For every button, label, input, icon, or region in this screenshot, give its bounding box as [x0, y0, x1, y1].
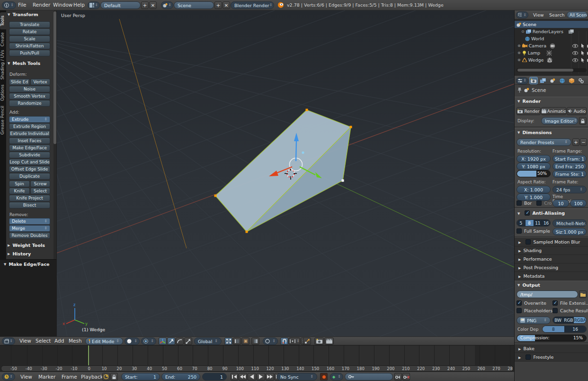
tab-grease-pencil[interactable]: Grease Pencil — [0, 105, 6, 136]
resolution-percentage-slider[interactable]: 50% — [517, 170, 551, 177]
extrude-individual-button[interactable]: Extrude Individual — [9, 130, 50, 137]
tab-render-layers[interactable] — [539, 77, 547, 84]
slide-edge-button[interactable]: Slide Ed — [9, 79, 30, 85]
panel-header-performance[interactable]: Performance — [515, 255, 588, 263]
current-frame-field[interactable]: 1 — [202, 373, 227, 381]
display-lock-button[interactable] — [579, 117, 587, 125]
render-still-button[interactable]: Render — [517, 107, 541, 115]
tab-scene-properties[interactable] — [548, 77, 557, 84]
file-format-select[interactable]: PNG⇕ — [517, 317, 551, 324]
editor-type-outliner-button[interactable]: ⇕ — [516, 11, 528, 18]
pivot-point-select[interactable]: ⇕ — [141, 337, 156, 345]
pin-icon[interactable] — [517, 87, 522, 93]
outliner-row-camera[interactable]: ⊕ Camera — [515, 42, 588, 49]
aa-samples-8[interactable]: 8 — [526, 220, 534, 226]
snap-toggle-button[interactable] — [280, 337, 288, 345]
panel-header-antialiasing[interactable]: Anti-Aliasing — [532, 210, 565, 216]
selectability-cursor-icon[interactable] — [581, 58, 585, 63]
remove-preset-button[interactable]: − — [580, 138, 587, 146]
make-edge-face-button[interactable]: Make Edge/Face — [9, 145, 50, 151]
motion-blur-checkbox[interactable] — [526, 239, 531, 245]
auto-keyframe-button[interactable] — [320, 373, 328, 381]
slide-vertex-button[interactable]: Vertex — [30, 79, 50, 85]
outliner-row-world[interactable]: World — [515, 35, 588, 42]
compression-slider[interactable]: Compression:15% — [517, 335, 587, 342]
tab-options[interactable]: Options — [0, 82, 6, 103]
extrude-region-button[interactable]: Extrude Region — [9, 123, 50, 130]
placeholders-checkbox[interactable] — [517, 308, 522, 313]
end-frame-field[interactable]: End Fra: 250 — [552, 163, 587, 170]
panel-header-metadata[interactable]: Metadata — [515, 272, 588, 281]
selectability-cursor-icon[interactable] — [581, 44, 585, 48]
viewport-3d[interactable]: User Persp x y z (1) Wedge — [57, 10, 514, 336]
antialiasing-checkbox[interactable] — [525, 210, 530, 216]
edge-select-mode-button[interactable] — [233, 337, 241, 345]
lock-range-button[interactable] — [110, 373, 118, 381]
manipulator-scale-button[interactable] — [184, 337, 192, 345]
outliner-scrollbar[interactable] — [517, 68, 587, 72]
remove-doubles-button[interactable]: Remove Doubles — [9, 232, 50, 239]
timeline-menu-frame[interactable]: Frame — [59, 372, 80, 381]
previous-keyframe-button[interactable] — [239, 373, 247, 381]
expand-icon[interactable]: ⊕ — [517, 58, 521, 62]
menu-mesh[interactable]: Mesh — [66, 337, 84, 345]
panel-header-history[interactable]: History — [8, 251, 31, 256]
aa-samples-segment[interactable]: 5 8 11 16 — [517, 219, 551, 227]
panel-header-shading[interactable]: Shading — [515, 246, 588, 255]
panel-header-make-edge-face[interactable]: Make Edge/Face — [4, 262, 50, 267]
timeline-menu-marker[interactable]: Marker — [36, 372, 58, 381]
manipulator-rotate-button[interactable] — [176, 337, 184, 345]
viewport-shading-select[interactable]: ⇕ — [125, 337, 140, 345]
delete-keyframe-button[interactable] — [402, 373, 410, 381]
vertex-select-mode-button[interactable] — [224, 337, 232, 345]
aa-samples-5[interactable]: 5 — [517, 220, 526, 226]
aa-samples-11[interactable]: 11 — [534, 220, 543, 226]
panel-header-render[interactable]: Render — [517, 99, 541, 104]
editor-type-properties-button[interactable]: ⇕ — [516, 77, 528, 84]
randomize-button[interactable]: Randomize — [9, 100, 50, 107]
disclosure-icon[interactable]: ⊙ — [521, 29, 525, 34]
panel-header-sampled-motion-blur[interactable]: Sampled Motion Blur — [515, 238, 588, 246]
add-preset-button[interactable]: + — [572, 138, 579, 146]
panel-header-output[interactable]: Output — [517, 282, 540, 288]
translate-button[interactable]: Translate — [9, 21, 50, 28]
crop-checkbox[interactable] — [536, 200, 542, 206]
next-keyframe-button[interactable] — [266, 373, 274, 381]
knife-button[interactable]: Knife — [9, 188, 30, 194]
face-select-mode-button[interactable] — [241, 337, 249, 345]
noise-button[interactable]: Noise — [9, 86, 50, 92]
delete-screen-layout-button[interactable]: ✕ — [149, 1, 157, 9]
scene-name-field[interactable]: Scene — [174, 1, 214, 9]
play-button[interactable] — [257, 373, 265, 381]
visibility-eye-icon[interactable] — [572, 58, 578, 62]
color-depth-16[interactable]: 16 — [565, 326, 587, 332]
current-frame-line[interactable] — [88, 345, 89, 365]
freestyle-checkbox[interactable] — [526, 354, 531, 360]
aspect-x-field[interactable]: X: 1.000 — [517, 186, 551, 193]
overwrite-checkbox[interactable] — [517, 300, 522, 306]
frame-rate-select[interactable]: 24 fps⇕ — [552, 186, 587, 193]
outliner-menu-search[interactable]: Search — [547, 10, 567, 19]
bisect-button[interactable]: Bisect — [9, 202, 50, 209]
tab-constraints[interactable] — [577, 77, 585, 84]
extrude-menu[interactable]: Extrude⇕ — [9, 116, 50, 123]
aa-filter-select[interactable]: Mitchell-Netr...⇕ — [552, 219, 587, 227]
menu-select[interactable]: Select — [33, 337, 53, 345]
start-frame-field[interactable]: Start Fram: 1 — [552, 155, 587, 163]
add-scene-button[interactable]: + — [214, 1, 222, 9]
render-audio-button[interactable]: Audio — [567, 107, 587, 115]
outliner-display-filter[interactable]: All Scenes — [567, 11, 588, 18]
start-frame-field[interactable]: Start:1 — [121, 373, 160, 381]
screw-button[interactable]: Screw — [30, 181, 50, 187]
mode-select[interactable]: Edit Mode⇕ — [85, 337, 123, 345]
color-depth-8[interactable]: 8 — [543, 326, 565, 332]
render-animation-button[interactable] — [324, 337, 334, 345]
file-browse-button[interactable] — [579, 290, 587, 298]
panel-expand-icon[interactable] — [517, 210, 522, 216]
file-extensions-checkbox[interactable] — [552, 300, 558, 306]
resolution-y-field[interactable]: Y: 1080 px — [517, 163, 551, 170]
aa-filter-size-field[interactable]: Siz:1.000 px — [552, 228, 587, 236]
tab-shading-uvs[interactable]: Shading / UVs — [0, 49, 6, 81]
rotate-button[interactable]: Rotate — [9, 28, 50, 35]
screen-layout-icon-button[interactable]: ⇕ — [88, 1, 100, 9]
